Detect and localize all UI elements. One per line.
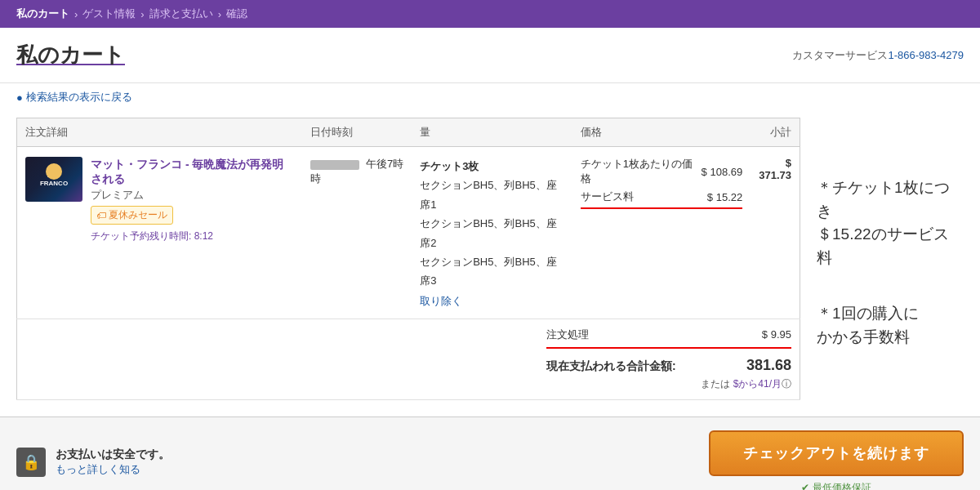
col-header-price: 価格 [572,118,751,147]
quantity-cell: チケット3枚 セクションBH5、列BH5、座席1 セクションBH5、列BH5、座… [412,147,572,319]
product-title[interactable]: マット・フランコ - 毎晩魔法が再発明される [91,157,294,186]
total-line: 現在支払われる合計金額: 381.68 [546,357,791,374]
breadcrumb-item-cart: 私のカート [16,7,69,21]
seat-3: セクションBH5、列BH5、座席3 [420,256,557,287]
col-header-subtotal: 小計 [751,118,800,147]
product-subtitle: プレミアム [91,188,294,203]
subtotal-currency: $ [786,157,791,169]
service-fee-annotation: ＊チケット1枚につき ＄15.22のサービス料 ＊1回の購入に かかる手数料 [817,176,964,349]
security-text: お支払いは安全です。 もっと詳しく知る [56,448,170,477]
price-per-ticket-row: チケット1枚あたりの価格 $ 108.69 [581,157,742,186]
installment-from: $から [733,378,759,390]
sale-badge-text: 夏休みセール [109,208,167,222]
seat-1: セクションBH5、列BH5、座席1 [420,179,557,210]
service-fee-label: サービス料 [581,189,634,204]
customer-service-phone[interactable]: 1-866-983-4279 [888,49,964,61]
learn-more-link[interactable]: もっと詳しく知る [56,463,140,475]
info-icon: ● [16,91,23,104]
security-info: 🔒 お支払いは安全です。 もっと詳しく知る [16,448,170,477]
checkmark-icon: ✔ [801,482,809,490]
price-breakdown-cell: チケット1枚あたりの価格 $ 108.69 サービス料 $ 15.22 [572,147,751,319]
back-link-text: 検索結果の表示に戻る [26,90,132,105]
page-header: 私のカート カスタマーサービス1-866-983-4279 [0,28,980,83]
time-suffix: 時 [310,172,321,185]
installment-link[interactable]: $から41/月 [733,378,782,390]
processing-amount: $ 9.95 [762,328,791,341]
processing-data-cell: 注文処理 $ 9.95 現在支払われる合計金額: 381.68 または $から4… [412,318,800,399]
breadcrumb-sep-2: › [140,8,144,20]
breadcrumb-sep-1: › [74,8,78,20]
footer-bar: 🔒 お支払いは安全です。 もっと詳しく知る チェックアウトを続けます ✔ 最低価… [0,416,980,490]
breadcrumb-bar: 私のカート › ゲスト情報 › 請求と支払い › 確認 [0,0,980,28]
seat-2: セクションBH5、列BH5、座席2 [420,217,557,248]
lock-icon: 🔒 [16,448,46,477]
tickets-label: チケット3枚 [420,160,479,172]
breadcrumb-item-guest: ゲスト情報 [82,7,136,21]
col-header-datetime: 日付時刻 [302,118,412,147]
service-fee-row: サービス料 $ 15.22 [581,189,742,209]
security-title: お支払いは安全です。 [56,448,170,462]
product-cell: MATFRANCO マット・フランコ - 毎晩魔法が再発明される プレミアム 🏷… [17,147,303,319]
total-amount: 381.68 [746,357,791,374]
date-placeholder [310,160,359,170]
installment-text: または [701,378,733,390]
table-row: MATFRANCO マット・フランコ - 毎晩魔法が再発明される プレミアム 🏷… [17,147,800,319]
service-fee-note: ＊チケット1枚につき ＄15.22のサービス料 [817,176,964,270]
processing-note: ＊1回の購入に かかる手数料 [817,302,964,349]
customer-service-text: カスタマーサービス [792,49,888,61]
best-price-text: 最低価格保証 [813,481,871,490]
order-table: 注文詳細 日付時刻 量 価格 小計 [16,118,800,400]
remove-link[interactable]: 取り除く [420,294,564,309]
checkout-button[interactable]: チェックアウトを続けます [709,430,964,476]
processing-row: 注文処理 $ 9.95 現在支払われる合計金額: 381.68 または $から4… [17,318,800,399]
back-link-section: ● 検索結果の表示に戻る [0,83,980,111]
datetime-cell: 午後7時 時 [302,147,412,319]
col-header-details: 注文詳細 [17,118,303,147]
best-price-badge: ✔ 最低価格保証 [709,481,964,490]
tag-icon: 🏷 [96,210,106,221]
product-info: マット・フランコ - 毎晩魔法が再発明される プレミアム 🏷 夏休みセール チケ… [91,157,294,243]
customer-service: カスタマーサービス1-866-983-4279 [792,48,964,63]
checkout-area: チェックアウトを続けます ✔ 最低価格保証 [709,430,964,490]
processing-label: 注文処理 [546,327,589,342]
breadcrumb-sep-3: › [218,8,221,20]
time-display: 午後7時 [366,158,403,170]
breadcrumb-item-confirm: 確認 [226,7,247,21]
right-annotations: ＊チケット1枚につき ＄15.22のサービス料 ＊1回の購入に かかる手数料 [800,111,964,400]
processing-empty-cell [17,318,412,399]
lock-symbol: 🔒 [22,453,40,471]
total-label: 現在支払われる合計金額: [546,359,676,374]
subtotal-cell: $ 371.73 [751,147,800,319]
sale-badge: 🏷 夏休みセール [91,206,173,225]
installment-amount: 41/月 [758,378,782,390]
price-per-ticket-label: チケット1枚あたりの価格 [581,157,695,186]
seat-info: チケット3枚 セクションBH5、列BH5、座席1 セクションBH5、列BH5、座… [420,157,564,291]
breadcrumb-item-billing: 請求と支払い [149,7,213,21]
service-fee-amount: $ 15.22 [707,191,742,203]
processing-inner: 注文処理 $ 9.95 現在支払われる合計金額: 381.68 または $から4… [546,327,791,391]
installment-line: または $から41/月ⓘ [546,377,791,391]
timer-display: チケット予約残り時間: 8:12 [91,229,294,243]
back-to-results-link[interactable]: ● 検索結果の表示に戻る [16,90,964,105]
processing-line: 注文処理 $ 9.95 [546,327,791,349]
main-content: 注文詳細 日付時刻 量 価格 小計 [0,111,980,416]
subtotal-amount: 371.73 [759,169,791,181]
page-title: 私のカート [16,41,125,69]
price-per-ticket-amount: $ 108.69 [702,166,743,178]
info-tooltip-icon[interactable]: ⓘ [782,378,791,390]
product-image: MATFRANCO [25,157,82,202]
col-header-quantity: 量 [412,118,572,147]
